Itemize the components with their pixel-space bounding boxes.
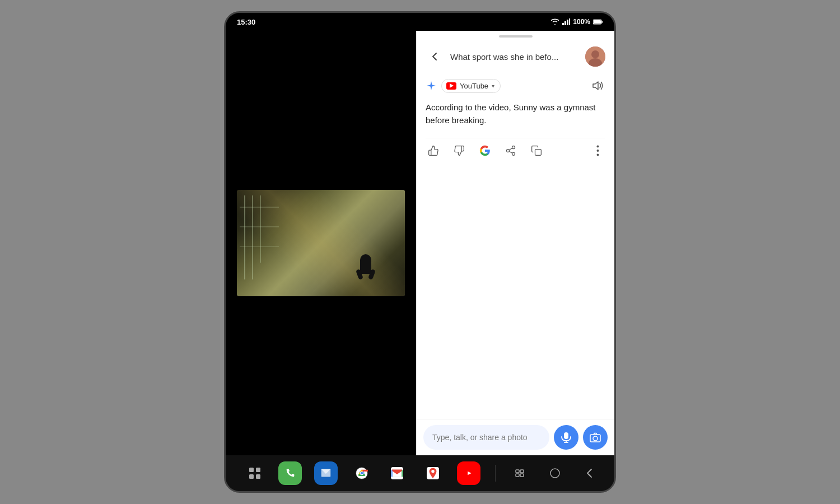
- svg-rect-27: [256, 474, 260, 479]
- svg-point-18: [596, 154, 599, 156]
- figure-silhouette: [360, 254, 371, 274]
- source-name: YouTube: [460, 82, 488, 90]
- home-button[interactable]: [545, 464, 564, 483]
- svg-rect-28: [284, 467, 296, 479]
- input-area: [417, 419, 614, 455]
- source-row: YouTube ▾: [426, 78, 605, 94]
- sound-button[interactable]: [590, 78, 605, 94]
- nav-app-gmail[interactable]: [385, 461, 409, 485]
- more-options-button[interactable]: [590, 143, 605, 158]
- svg-point-8: [591, 50, 599, 58]
- user-avatar[interactable]: [585, 46, 605, 67]
- assistant-panel: What sport was she in befo...: [416, 31, 614, 455]
- assistant-content: YouTube ▾ According to the vid: [417, 71, 614, 419]
- svg-rect-6: [601, 21, 603, 23]
- svg-line-13: [509, 151, 512, 153]
- google-search-button[interactable]: [477, 143, 493, 158]
- action-row: [426, 138, 605, 163]
- main-area: What sport was she in befo...: [226, 31, 614, 455]
- svg-line-14: [509, 148, 512, 150]
- nav-app-chrome[interactable]: [350, 461, 374, 485]
- chat-input[interactable]: [423, 425, 549, 450]
- svg-point-43: [550, 469, 559, 478]
- svg-rect-15: [535, 150, 542, 156]
- svg-point-11: [507, 150, 510, 152]
- back-button[interactable]: [426, 48, 444, 66]
- system-nav: [511, 464, 597, 483]
- svg-rect-26: [249, 474, 254, 479]
- mic-button[interactable]: [554, 425, 578, 450]
- nav-app-maps[interactable]: [421, 461, 445, 485]
- wifi-icon: [550, 18, 559, 25]
- bottom-nav: [226, 455, 614, 491]
- nav-app-phone[interactable]: [278, 461, 302, 485]
- gemini-icon: [426, 80, 437, 91]
- camera-button[interactable]: [583, 425, 608, 450]
- svg-point-17: [596, 150, 599, 152]
- left-panel: [226, 31, 416, 455]
- assistant-header: What sport was she in befo...: [417, 42, 614, 71]
- battery-icon: [593, 18, 603, 25]
- svg-rect-40: [520, 470, 524, 473]
- answer-text: According to the video, Sunny was a gymn…: [426, 101, 605, 127]
- window-frame: [240, 195, 279, 279]
- status-icons: 100%: [550, 18, 603, 26]
- source-pill[interactable]: YouTube ▾: [441, 79, 501, 93]
- svg-rect-2: [567, 20, 568, 25]
- svg-point-33: [361, 472, 363, 475]
- svg-rect-24: [249, 468, 254, 472]
- svg-rect-41: [516, 474, 519, 477]
- svg-point-23: [593, 436, 598, 441]
- nav-app-grid[interactable]: [243, 461, 267, 485]
- svg-point-12: [512, 152, 515, 155]
- svg-point-16: [596, 146, 599, 148]
- signal-icon: [562, 18, 570, 25]
- youtube-icon: [446, 82, 456, 90]
- notch-hint: [499, 35, 533, 38]
- svg-rect-25: [256, 468, 260, 472]
- copy-button[interactable]: [529, 143, 544, 158]
- back-nav-button[interactable]: [581, 464, 597, 483]
- thumbs-down-button[interactable]: [451, 143, 467, 158]
- video-area: [226, 31, 416, 455]
- svg-rect-1: [564, 21, 566, 25]
- svg-rect-19: [564, 432, 568, 439]
- nav-app-messages[interactable]: [314, 461, 338, 485]
- conversation-title: What sport was she in befo...: [450, 52, 578, 62]
- svg-rect-5: [594, 20, 601, 24]
- phone-device: 15:30 100%: [224, 11, 616, 493]
- battery-text: 100%: [573, 18, 590, 26]
- recents-button[interactable]: [511, 465, 529, 482]
- nav-app-youtube[interactable]: [457, 461, 480, 485]
- yt-play-triangle: [450, 83, 454, 88]
- svg-point-37: [431, 470, 435, 473]
- video-thumbnail[interactable]: [237, 190, 405, 296]
- share-button[interactable]: [503, 143, 519, 158]
- status-bar: 15:30 100%: [226, 13, 614, 31]
- svg-rect-39: [516, 470, 519, 473]
- chevron-down-icon: ▾: [492, 83, 494, 89]
- time: 15:30: [237, 18, 255, 26]
- svg-rect-42: [520, 474, 524, 477]
- thumbs-up-button[interactable]: [426, 143, 441, 158]
- svg-rect-3: [569, 18, 570, 25]
- svg-rect-0: [562, 23, 564, 25]
- svg-point-10: [512, 146, 515, 149]
- source-left: YouTube ▾: [426, 79, 501, 93]
